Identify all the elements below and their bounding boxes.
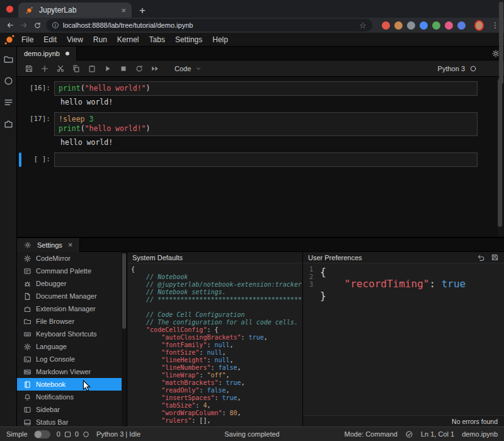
settings-plugin-command-palette[interactable]: Command Palette (17, 265, 122, 277)
run-icon[interactable] (103, 64, 112, 73)
save-icon[interactable] (24, 64, 33, 73)
restart-kernel-icon[interactable] (134, 64, 144, 73)
settings-plugin-notifications[interactable]: Notifications (17, 391, 122, 403)
extension-icon-1[interactable] (382, 21, 390, 30)
notebook-scrollbar[interactable] (498, 77, 503, 237)
kernel-status-text[interactable]: Python 3 | Idle (96, 430, 140, 438)
system-defaults-scrollbar[interactable] (499, 2, 503, 84)
window-control-red[interactable] (6, 6, 13, 13)
code-cell-2[interactable]: [17]: !sleep 3print("hello world!") (19, 112, 504, 136)
code-line (59, 155, 473, 164)
tab-close-icon[interactable]: × (121, 6, 126, 14)
cell-type-dropdown[interactable]: Code (175, 65, 202, 72)
saved-check-icon (405, 430, 413, 438)
settings-body: CodeMirrorCommand PaletteDebuggerDocumen… (17, 252, 504, 427)
code-line: "readOnly": false, (131, 387, 302, 394)
browser-tab[interactable]: JupyterLab × (18, 3, 132, 18)
user-preferences-editor[interactable]: 123 { "recordTiming": true} (303, 263, 504, 415)
statusbar-icon (23, 418, 32, 427)
settings-plugin-sidebar[interactable]: Sidebar (17, 403, 122, 416)
add-cell-icon[interactable] (40, 64, 49, 73)
settings-plugin-keyboard-shortcuts[interactable]: Keyboard Shortcuts (17, 328, 122, 340)
paste-icon[interactable] (87, 64, 96, 73)
extension-icon-5[interactable] (432, 21, 440, 30)
settings-plugin-status-bar[interactable]: Status Bar (17, 416, 122, 427)
extension-manager-icon[interactable] (3, 118, 14, 129)
running-sessions-icon[interactable] (3, 76, 14, 86)
cell-editor[interactable]: !sleep 3print("hello world!") (54, 112, 478, 136)
copy-icon[interactable] (71, 64, 81, 73)
menu-view[interactable]: View (62, 35, 88, 44)
table-of-contents-icon[interactable] (3, 97, 14, 108)
cursor-position[interactable]: Ln 1, Col 1 (421, 430, 454, 438)
save-settings-icon[interactable] (491, 253, 499, 261)
settings-plugin-codemirror[interactable]: CodeMirror (17, 252, 122, 265)
extension-icon-2[interactable] (394, 21, 403, 30)
menu-kernel[interactable]: Kernel (112, 35, 144, 44)
settings-plugin-file-browser[interactable]: File Browser (17, 315, 122, 328)
stop-icon[interactable] (118, 64, 128, 73)
cell-editor[interactable] (54, 152, 478, 167)
site-info-icon[interactable] (52, 21, 59, 29)
file-browser-icon[interactable] (3, 54, 14, 65)
code-line: "autoClosingBrackets": true, (131, 334, 302, 341)
code-line: "lineWrap": "off", (131, 372, 302, 379)
reload-icon[interactable] (32, 20, 43, 32)
scrollbar-thumb[interactable] (122, 253, 126, 329)
settings-plugin-extension-manager[interactable]: Extension Manager (17, 302, 122, 315)
line-number: 1 (303, 266, 313, 273)
unsaved-changes-dot (66, 52, 69, 55)
toggle-knob (35, 431, 42, 438)
sessions-indicator[interactable]: 0 0 (57, 430, 90, 438)
settings-plugin-debugger[interactable]: Debugger (17, 277, 122, 290)
tab-demo-ipynb[interactable]: demo.ipynb (17, 47, 77, 60)
settings-plugin-document-manager[interactable]: Document Manager (17, 290, 122, 302)
code-cell-3-active[interactable]: [ ]: (19, 152, 504, 167)
menu-edit[interactable]: Edit (38, 35, 62, 44)
kernel-name[interactable]: Python 3 (438, 65, 465, 72)
settings-panel: Settings × CodeMirrorCommand PaletteDebu… (17, 238, 504, 427)
plugin-list-scrollbar[interactable] (122, 252, 127, 427)
simple-mode-toggle[interactable] (34, 430, 50, 438)
settings-plugin-language[interactable]: Language (17, 340, 122, 353)
extension-icon-7[interactable] (457, 21, 466, 30)
menu-settings[interactable]: Settings (170, 35, 207, 44)
code-line: "rulers": [], (131, 417, 302, 425)
plugin-label: Language (36, 343, 67, 350)
cut-icon[interactable] (55, 64, 65, 73)
cell-collapser[interactable] (19, 81, 21, 96)
new-tab-icon[interactable]: + (139, 5, 146, 16)
system-defaults-editor[interactable]: { // Notebook // @jupyterlab/notebook-ex… (127, 263, 302, 427)
bookmark-star-icon[interactable]: ☆ (359, 21, 367, 30)
extension-icon-3[interactable] (407, 21, 415, 30)
menu-run[interactable]: Run (88, 35, 112, 44)
settings-tabbar: Settings × (17, 238, 504, 252)
forward-icon[interactable] (19, 20, 30, 32)
userprefs-code[interactable]: { "recordTiming": true} (317, 266, 466, 415)
active-cell-collapser[interactable] (19, 152, 21, 167)
settings-plugin-notebook[interactable]: Notebook (17, 378, 122, 391)
user-preferences-header: User Preferences (303, 252, 504, 263)
settings-plugin-markdown-viewer[interactable]: Markdown Viewer (17, 365, 122, 378)
menu-tabs[interactable]: Tabs (144, 35, 170, 44)
extension-icon-6[interactable] (445, 21, 453, 30)
back-icon[interactable] (5, 20, 16, 32)
settings-tab-close-icon[interactable]: × (68, 241, 73, 249)
code-cell-1[interactable]: [16]: print("hello world!") (19, 81, 504, 96)
cell-type-value: Code (175, 65, 191, 72)
browser-menu-icon[interactable]: ⋮ (491, 21, 499, 30)
restart-run-all-icon[interactable] (150, 64, 159, 73)
menu-file[interactable]: File (16, 35, 38, 44)
tab-settings[interactable]: Settings × (17, 238, 80, 252)
statusbar-filename: demo.ipynb (462, 430, 498, 438)
profile-avatar[interactable] (474, 20, 484, 31)
menu-help[interactable]: Help (207, 35, 233, 44)
address-bar[interactable]: localhost:8888/lab/tree/tutorial/demo.ip… (46, 19, 372, 32)
cell-editor[interactable]: print("hello world!") (54, 81, 478, 96)
settings-plugin-log-console[interactable]: Log Console (17, 353, 122, 365)
notebook-tabbar: demo.ipynb (17, 47, 504, 60)
extension-icon-4[interactable] (420, 21, 428, 30)
cell-collapser[interactable] (19, 112, 21, 136)
scrollbar-thumb[interactable] (498, 79, 502, 227)
revert-settings-icon[interactable] (477, 253, 485, 261)
